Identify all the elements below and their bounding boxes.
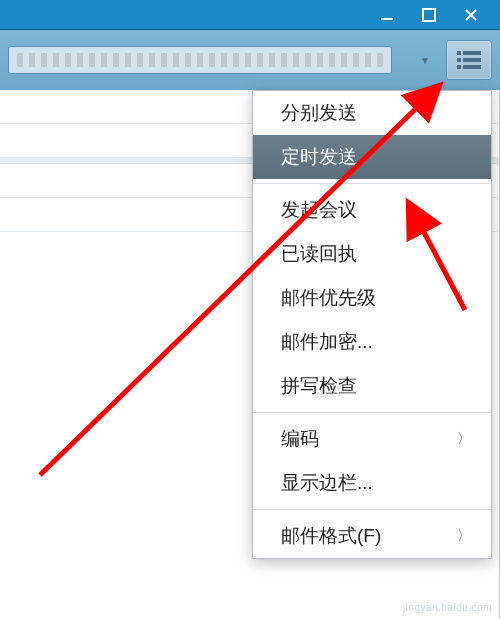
menu-item[interactable]: 显示边栏... xyxy=(253,461,491,505)
account-caret-icon[interactable]: ▼ xyxy=(416,51,434,70)
svg-rect-0 xyxy=(381,18,393,20)
close-button[interactable] xyxy=(462,6,480,24)
menu-item[interactable]: 定时发送 xyxy=(253,135,491,179)
menu-item-label: 编码 xyxy=(281,426,319,452)
menu-item-label: 邮件优先级 xyxy=(281,285,376,311)
menu-item-label: 邮件格式(F) xyxy=(281,523,381,549)
menu-item[interactable]: 已读回执 xyxy=(253,232,491,276)
list-icon xyxy=(457,51,481,69)
toolbar: ▼ xyxy=(0,30,500,90)
menu-item-label: 定时发送 xyxy=(281,144,357,170)
menu-item-label: 显示边栏... xyxy=(281,470,373,496)
menu-item[interactable]: 拼写检查 xyxy=(253,364,491,408)
menu-item[interactable]: 发起会议 xyxy=(253,188,491,232)
menu-item-label: 发起会议 xyxy=(281,197,357,223)
menu-item[interactable]: 编码〉 xyxy=(253,417,491,461)
options-menu-button[interactable] xyxy=(446,40,492,80)
account-dropdown[interactable] xyxy=(8,46,392,74)
maximize-button[interactable] xyxy=(420,6,438,24)
options-menu: 分别发送定时发送发起会议已读回执邮件优先级〉邮件加密...拼写检查编码〉显示边栏… xyxy=(252,90,492,559)
account-label xyxy=(17,53,383,67)
chevron-right-icon: 〉 xyxy=(457,430,471,448)
menu-item[interactable]: 分别发送 xyxy=(253,91,491,135)
menu-item-label: 已读回执 xyxy=(281,241,357,267)
menu-separator xyxy=(253,183,491,184)
menu-item[interactable]: 邮件优先级〉 xyxy=(253,276,491,320)
menu-item-label: 分别发送 xyxy=(281,100,357,126)
menu-separator xyxy=(253,509,491,510)
chevron-right-icon: 〉 xyxy=(457,289,471,307)
menu-item-label: 邮件加密... xyxy=(281,329,373,355)
menu-item[interactable]: 邮件加密... xyxy=(253,320,491,364)
svg-rect-1 xyxy=(423,9,435,21)
menu-item-label: 拼写检查 xyxy=(281,373,357,399)
minimize-button[interactable] xyxy=(378,6,396,24)
watermark: jingyan.baidu.com xyxy=(403,602,492,613)
chevron-right-icon: 〉 xyxy=(457,527,471,545)
window-titlebar xyxy=(0,0,500,30)
menu-separator xyxy=(253,412,491,413)
menu-item[interactable]: 邮件格式(F)〉 xyxy=(253,514,491,558)
